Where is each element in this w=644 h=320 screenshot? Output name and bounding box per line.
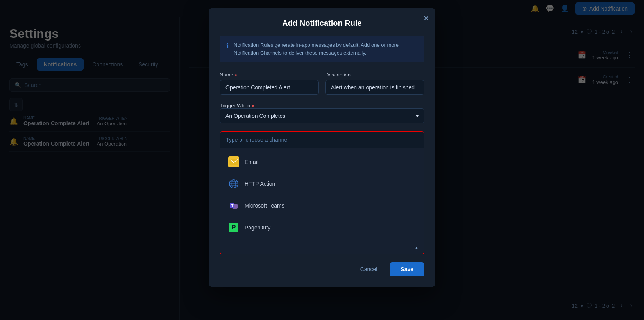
channel-dropdown-wrapper: Email HTTP Action: [220, 131, 424, 254]
name-field-group: Name ●: [220, 72, 319, 95]
trigger-label: Trigger When ●: [220, 103, 424, 108]
email-icon: [228, 156, 239, 167]
channel-scroll-indicator: ▲: [220, 242, 424, 254]
pagerduty-label: PagerDuty: [245, 224, 270, 231]
description-input[interactable]: [325, 80, 424, 95]
trigger-select[interactable]: An Operation Completes ▾: [220, 108, 424, 123]
trigger-field-group: Trigger When ● An Operation Completes ▾: [220, 103, 424, 123]
modal-close-button[interactable]: ✕: [423, 14, 429, 23]
trigger-value: An Operation Completes: [225, 113, 285, 119]
channel-item-http[interactable]: HTTP Action: [220, 173, 424, 195]
info-banner: ℹ Notification Rules generate in-app mes…: [220, 36, 424, 62]
scroll-up-icon: ▲: [414, 245, 419, 251]
required-indicator: ●: [235, 73, 237, 77]
modal-title: Add Notification Rule: [220, 19, 424, 28]
trigger-chevron-icon: ▾: [416, 113, 419, 119]
modal-footer: Cancel Save: [220, 262, 424, 276]
svg-text:T: T: [231, 204, 234, 208]
teams-label: Microsoft Teams: [245, 203, 284, 209]
name-label: Name ●: [220, 72, 319, 78]
modal-overlay: ✕ Add Notification Rule ℹ Notification R…: [0, 0, 644, 320]
cancel-button[interactable]: Cancel: [352, 262, 385, 276]
description-label: Description: [325, 72, 424, 78]
teams-icon: T: [228, 200, 239, 211]
required-indicator: ●: [252, 103, 254, 108]
info-icon: ℹ: [226, 42, 229, 57]
channel-search-input[interactable]: [220, 132, 424, 148]
http-action-icon: [228, 178, 239, 189]
form-row-name-desc: Name ● Description: [220, 72, 424, 95]
channel-list: Email HTTP Action: [220, 148, 424, 242]
channel-item-pagerduty[interactable]: P PagerDuty: [220, 217, 424, 238]
info-text: Notification Rules generate in-app messa…: [234, 41, 418, 57]
save-button[interactable]: Save: [390, 262, 424, 276]
add-notification-modal: ✕ Add Notification Rule ℹ Notification R…: [209, 8, 435, 287]
channel-item-email[interactable]: Email: [220, 151, 424, 173]
channel-item-teams[interactable]: T Microsoft Teams: [220, 195, 424, 217]
description-field-group: Description: [325, 72, 424, 95]
email-label: Email: [245, 159, 258, 165]
http-label: HTTP Action: [245, 181, 275, 187]
pagerduty-icon: P: [228, 222, 239, 233]
name-input[interactable]: [220, 80, 319, 95]
